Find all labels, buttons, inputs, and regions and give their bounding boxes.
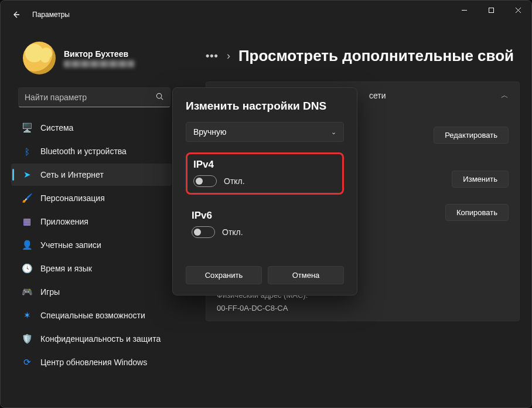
page-title: Просмотреть дополнительные свой: [238, 47, 514, 65]
nav-list: 🖥️СистемаᛒBluetooth и устройства➤Сеть и …: [6, 117, 176, 373]
minimize-button[interactable]: [451, 1, 478, 19]
dns-mode-select[interactable]: Вручную ⌄: [186, 122, 344, 142]
sidebar-item-label: Персонализация: [40, 193, 105, 203]
search-icon: [155, 92, 164, 103]
sidebar-item-label: Специальные возможности: [40, 311, 145, 320]
profile-name: Виктор Бухтеев: [64, 49, 134, 59]
sidebar-item-label: Система: [40, 123, 73, 132]
avatar: [23, 42, 56, 74]
ipv4-state: Откл.: [224, 176, 245, 186]
svg-line-5: [161, 98, 163, 100]
chevron-down-icon: ⌄: [331, 128, 336, 136]
mac-value: 00-FF-0A-DC-C8-CA: [217, 304, 288, 312]
profile-email-blurred: [64, 60, 134, 67]
window-title: Параметры: [32, 11, 70, 19]
dns-mode-value: Вручную: [193, 127, 227, 137]
svg-rect-1: [489, 8, 493, 12]
sidebar-item-apps[interactable]: ▦Приложения: [11, 210, 172, 233]
window-controls: [451, 1, 531, 29]
profile-block[interactable]: Виктор Бухтеев: [6, 36, 176, 85]
svg-point-4: [156, 93, 161, 98]
sidebar-item-network[interactable]: ➤Сеть и Интернет: [11, 164, 172, 186]
ipv6-state: Откл.: [222, 227, 243, 237]
sidebar-item-label: Приложения: [40, 217, 88, 226]
sidebar-item-label: Конфиденциальность и защита: [40, 334, 161, 344]
accounts-icon: 👤: [22, 240, 32, 250]
ipv4-label: IPv4: [193, 159, 336, 171]
back-button[interactable]: [8, 6, 24, 23]
sidebar-item-bluetooth[interactable]: ᛒBluetooth и устройства: [11, 140, 172, 162]
sidebar-item-windows-update[interactable]: ⟳Центр обновления Windows: [11, 351, 172, 373]
modal-title: Изменить настройки DNS: [186, 100, 344, 113]
titlebar-left: Параметры: [8, 6, 70, 23]
sidebar-item-label: Учетные записи: [40, 240, 101, 250]
change-button[interactable]: Изменить: [452, 171, 509, 188]
system-icon: 🖥️: [22, 123, 32, 133]
cancel-button[interactable]: Отмена: [268, 266, 344, 284]
sidebar-item-label: Игры: [40, 287, 60, 297]
windows-update-icon: ⟳: [22, 357, 32, 368]
privacy-icon: 🛡️: [22, 334, 32, 344]
sidebar-item-accounts[interactable]: 👤Учетные записи: [11, 234, 172, 256]
search-placeholder: Найти параметр: [25, 93, 87, 102]
breadcrumb: ••• › Просмотреть дополнительные свой: [206, 42, 520, 70]
bluetooth-icon: ᛒ: [22, 146, 32, 157]
sidebar: Виктор Бухтеев Найти параметр 🖥️Системаᛒ…: [1, 36, 182, 375]
sidebar-item-personalization[interactable]: 🖌️Персонализация: [11, 187, 172, 209]
accessibility-icon: ✶: [22, 310, 32, 321]
save-button[interactable]: Сохранить: [186, 266, 262, 284]
settings-window: Параметры Виктор Бухтеев Найти параметр: [0, 0, 532, 408]
titlebar: Параметры: [1, 1, 531, 29]
gaming-icon: 🎮: [22, 287, 32, 297]
ipv6-toggle[interactable]: [192, 226, 215, 238]
sidebar-item-time-language[interactable]: 🕓Время и язык: [11, 257, 172, 280]
ipv4-block: IPv4 Откл.: [186, 152, 344, 195]
panel-header-text: сети: [369, 91, 386, 100]
sidebar-item-label: Время и язык: [40, 264, 92, 273]
copy-button[interactable]: Копировать: [445, 204, 509, 221]
chevron-up-icon: ︿: [501, 90, 509, 101]
ipv6-block: IPv6 Откл.: [186, 205, 344, 244]
chevron-right-icon: ›: [227, 50, 230, 62]
close-button[interactable]: [504, 1, 531, 19]
apps-icon: ▦: [22, 216, 32, 227]
edit-button[interactable]: Редактировать: [434, 127, 509, 144]
personalization-icon: 🖌️: [22, 193, 32, 203]
ipv6-label: IPv6: [192, 210, 338, 222]
network-icon: ➤: [22, 169, 32, 180]
dns-settings-modal: Изменить настройки DNS Вручную ⌄ IPv4 От…: [172, 87, 357, 295]
maximize-button[interactable]: [478, 1, 504, 19]
sidebar-item-accessibility[interactable]: ✶Специальные возможности: [11, 304, 172, 327]
sidebar-item-gaming[interactable]: 🎮Игры: [11, 281, 172, 303]
breadcrumb-overflow-icon[interactable]: •••: [206, 50, 219, 62]
sidebar-item-label: Bluetooth и устройства: [40, 147, 127, 156]
sidebar-item-system[interactable]: 🖥️Система: [11, 117, 172, 139]
sidebar-item-label: Центр обновления Windows: [40, 358, 147, 367]
sidebar-item-privacy[interactable]: 🛡️Конфиденциальность и защита: [11, 328, 172, 350]
ipv4-toggle[interactable]: [193, 175, 217, 187]
search-input[interactable]: Найти параметр: [18, 87, 170, 107]
sidebar-item-label: Сеть и Интернет: [40, 170, 104, 179]
time-language-icon: 🕓: [22, 263, 32, 274]
